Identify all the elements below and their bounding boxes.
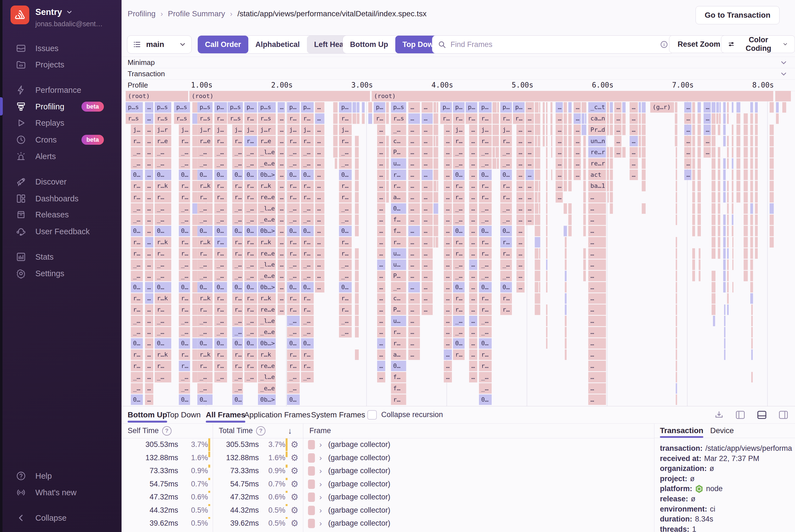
org-switcher[interactable]: Sentry (35, 7, 73, 17)
frame-name[interactable]: (garbage collector) (328, 491, 390, 504)
gear-icon[interactable]: ⚙ (290, 479, 299, 489)
sidebar-item-releases[interactable]: Releases (0, 207, 121, 223)
details-tab-device[interactable]: Device (710, 423, 734, 438)
help-icon[interactable]: ? (162, 426, 172, 436)
sidebar-item-projects[interactable]: Projects (0, 57, 121, 73)
sidebar-item-discover[interactable]: Discover (0, 174, 121, 190)
table-row[interactable]: 39.62ms0.5%39.62ms0.5%⚙›(garbage collect… (121, 517, 654, 530)
table-row[interactable]: 73.33ms0.9%73.33ms0.9%⚙›(garbage collect… (121, 464, 654, 477)
sidebar-item-help[interactable]: Help (0, 468, 121, 484)
field-key: received at: (660, 454, 701, 463)
gear-icon[interactable]: ⚙ (290, 453, 299, 463)
total-time-header[interactable]: Total Time? (219, 423, 265, 438)
expand-chevron-icon[interactable]: › (319, 438, 322, 451)
sidebar-item-performance[interactable]: Performance (0, 82, 121, 98)
sidebar-item-label: Discover (35, 177, 67, 187)
thread-select[interactable]: main (127, 35, 192, 54)
layout-left-panel-icon[interactable] (735, 411, 745, 419)
sidebar-item-profiling[interactable]: Profilingbeta (0, 99, 121, 115)
sidebar-item-settings[interactable]: Settings (0, 265, 121, 282)
chevron-down-icon[interactable] (779, 59, 788, 67)
layout-right-panel-icon[interactable] (778, 411, 788, 419)
gear-icon[interactable]: ⚙ (290, 466, 299, 476)
sidebar-item-issues[interactable]: Issues (0, 40, 121, 56)
go-to-transaction-button[interactable]: Go to Transaction (696, 6, 779, 24)
info-icon[interactable] (660, 40, 668, 49)
chevron-down-icon[interactable] (779, 70, 788, 78)
sidebar-item-user-feedback[interactable]: User Feedback (0, 224, 121, 240)
self-time-header[interactable]: Self Time? (128, 423, 172, 438)
table-row[interactable]: 132.88ms1.6%132.88ms1.6%⚙›(garbage colle… (121, 451, 654, 464)
total-time-percent: 0.6% (264, 491, 285, 504)
thread-list-icon (133, 40, 142, 49)
sort-alphabetical[interactable]: Alphabetical (248, 36, 307, 53)
export-download-icon[interactable] (714, 410, 724, 420)
expand-chevron-icon[interactable]: › (319, 491, 322, 504)
total-time-value: 47.32ms (219, 491, 259, 504)
frame-name[interactable]: (garbage collector) (328, 517, 390, 530)
sidebar-item-crons[interactable]: Cronsbeta (0, 132, 121, 148)
time-axis-label: 8.00s (752, 79, 774, 91)
frame-name[interactable]: (garbage collector) (328, 451, 390, 464)
layout-bottom-panel-icon[interactable] (757, 411, 767, 419)
sidebar-item-collapse[interactable]: Collapse (0, 510, 121, 526)
tab-application-frames[interactable]: Application Frames (244, 406, 310, 423)
field-value: 8.34s (695, 515, 713, 524)
tab-top-down[interactable]: Top Down (166, 406, 201, 423)
collapse-recursion-checkbox[interactable] (367, 410, 377, 420)
expand-chevron-icon[interactable]: › (319, 464, 322, 477)
expand-chevron-icon[interactable]: › (319, 504, 322, 517)
transaction-section-header[interactable]: Transaction (121, 68, 795, 79)
table-row[interactable]: 44.32ms0.5%44.32ms0.5%⚙›(garbage collect… (121, 504, 654, 517)
gear-icon[interactable]: ⚙ (290, 518, 299, 528)
sort-direction-icon[interactable]: ↓ (288, 423, 292, 438)
breadcrumb-separator: › (230, 10, 232, 18)
frame-name[interactable]: (garbage collector) (328, 464, 390, 477)
self-time-bar (208, 438, 210, 451)
flamegraph-canvas[interactable] (126, 91, 792, 406)
frame-color-swatch (308, 479, 315, 489)
time-axis-label: 5.00s (512, 79, 533, 91)
sidebar-item-stats[interactable]: Stats (0, 249, 121, 265)
frame-name[interactable]: (garbage collector) (328, 504, 390, 517)
tab-all-frames[interactable]: All Frames (206, 406, 245, 423)
breadcrumb-item[interactable]: /static/app/views/performance/vitalDetai… (237, 10, 427, 18)
sort-call-order[interactable]: Call Order (198, 36, 248, 53)
gear-icon[interactable]: ⚙ (290, 439, 299, 450)
field-value: node (706, 484, 723, 493)
color-coding-button[interactable]: Color Coding (721, 35, 795, 53)
gear-icon[interactable]: ⚙ (290, 505, 299, 515)
color-coding-label: Color Coding (739, 36, 778, 53)
tab-system-frames[interactable]: System Frames (311, 406, 365, 423)
breadcrumb-item[interactable]: Profiling (128, 10, 155, 18)
table-row[interactable]: 305.53ms3.7%305.53ms3.7%⚙›(garbage colle… (121, 438, 654, 451)
sentry-logo[interactable] (11, 5, 29, 24)
sidebar-item-label: Crons (35, 135, 57, 145)
detail-field-receivedat: received at:Mar 22, 7:37 PM (660, 454, 792, 464)
table-row[interactable]: 47.32ms0.6%47.32ms0.6%⚙›(garbage collect… (121, 491, 654, 504)
tab-bottom-up[interactable]: Bottom Up (128, 406, 167, 423)
sidebar-item-replays[interactable]: Replays (0, 115, 121, 131)
time-axis-label: 6.00s (592, 79, 613, 91)
total-time-bar (286, 491, 287, 493)
sidebar-item-alerts[interactable]: Alerts (0, 148, 121, 164)
reset-zoom-button[interactable]: Reset Zoom (669, 35, 729, 53)
breadcrumb-item[interactable]: Profile Summary (168, 10, 225, 18)
minimap-section-header[interactable]: Minimap (121, 57, 795, 68)
expand-chevron-icon[interactable]: › (319, 478, 322, 491)
gear-icon[interactable]: ⚙ (290, 492, 299, 502)
expand-chevron-icon[interactable]: › (319, 451, 322, 464)
search-input[interactable] (450, 40, 656, 49)
table-row[interactable]: 54.75ms0.7%54.75ms0.7%⚙›(garbage collect… (121, 478, 654, 491)
direction-bottom-up[interactable]: Bottom Up (343, 36, 395, 53)
expand-chevron-icon[interactable]: › (319, 517, 322, 530)
time-axis-label: 1.00s (191, 79, 212, 91)
details-tab-transaction[interactable]: Transaction (660, 423, 703, 438)
time-axis-label: 3.00s (352, 79, 373, 91)
frame-color-swatch (308, 466, 315, 476)
sidebar-item-what-s-new[interactable]: What's new (0, 484, 121, 500)
help-icon[interactable]: ? (256, 426, 265, 436)
frame-name[interactable]: (garbage collector) (328, 478, 390, 491)
frame-name[interactable]: (garbage collector) (328, 438, 390, 451)
sidebar-item-dashboards[interactable]: Dashboards (0, 191, 121, 207)
